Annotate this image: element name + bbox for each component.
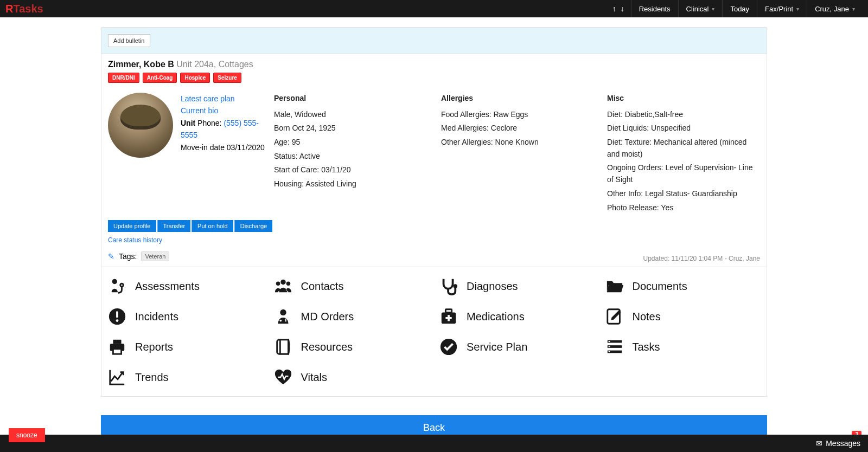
module-label: Incidents bbox=[135, 311, 178, 323]
update-profile-button[interactable]: Update profile bbox=[108, 220, 156, 232]
info-line: Med Allergies: Ceclore bbox=[441, 122, 607, 134]
svg-rect-14 bbox=[445, 317, 451, 319]
module-label: Contacts bbox=[301, 280, 344, 293]
module-service-plan[interactable]: Service Plan bbox=[439, 338, 595, 356]
module-label: Notes bbox=[633, 311, 661, 323]
svg-rect-12 bbox=[445, 309, 451, 313]
module-notes[interactable]: Notes bbox=[605, 307, 761, 326]
module-label: Documents bbox=[633, 280, 687, 293]
stethoscope-doctor-icon bbox=[108, 277, 126, 295]
tag-chip[interactable]: Veteran bbox=[141, 251, 169, 261]
misc-header: Misc bbox=[607, 93, 760, 105]
chevron-down-icon: ▾ bbox=[796, 6, 799, 12]
svg-point-3 bbox=[276, 282, 280, 286]
info-line: Ongoing Orders: Level of Supervision- Li… bbox=[607, 162, 760, 185]
svg-point-2 bbox=[280, 280, 285, 285]
nav-clinical[interactable]: Clinical▾ bbox=[678, 0, 723, 17]
info-line: Other Info: Legal Status- Guardianship bbox=[607, 188, 760, 200]
module-contacts[interactable]: Contacts bbox=[274, 277, 429, 295]
module-medications[interactable]: Medications bbox=[439, 307, 595, 326]
resident-location: Unit 204a, Cottages bbox=[176, 60, 253, 69]
chevron-down-icon: ▾ bbox=[712, 6, 714, 12]
info-line: Status: Active bbox=[274, 151, 441, 163]
module-tasks[interactable]: Tasks bbox=[605, 338, 761, 356]
info-line: Born Oct 24, 1925 bbox=[274, 122, 441, 134]
arrow-down-icon[interactable]: ↓ bbox=[621, 4, 624, 13]
trend-chart-icon bbox=[108, 368, 126, 386]
care-status-history-link[interactable]: Care status history bbox=[101, 236, 767, 249]
info-line: Diet: Texture: Mechanical altered (mince… bbox=[607, 137, 760, 160]
allergies-header: Allergies bbox=[441, 93, 607, 105]
svg-rect-25 bbox=[608, 351, 610, 352]
module-diagnoses[interactable]: Diagnoses bbox=[439, 277, 595, 295]
put-on-hold-button[interactable]: Put on hold bbox=[192, 220, 233, 232]
discharge-button[interactable]: Discharge bbox=[234, 220, 273, 232]
movein-line: Move-in date 03/11/2020 bbox=[181, 141, 274, 153]
module-vitals[interactable]: Vitals bbox=[274, 368, 429, 386]
svg-point-0 bbox=[112, 279, 117, 284]
info-line: Diet Liquids: Unspecified bbox=[607, 122, 760, 134]
bulletin-bar: Add bulletin bbox=[101, 28, 767, 54]
heartbeat-icon bbox=[274, 368, 292, 386]
info-line: Photo Release: Yes bbox=[607, 202, 760, 214]
module-resources[interactable]: Resources bbox=[274, 338, 429, 356]
info-line: Food Allergies: Raw Eggs bbox=[441, 109, 607, 121]
svg-point-8 bbox=[116, 319, 119, 322]
info-line: Male, Widowed bbox=[274, 109, 441, 121]
module-incidents[interactable]: Incidents bbox=[108, 307, 263, 326]
snooze-button[interactable]: snooze bbox=[9, 428, 45, 442]
profile-quick-links: Latest care plan Current bio Unit Phone:… bbox=[181, 93, 274, 214]
profile-action-row: Update profile Transfer Put on hold Disc… bbox=[101, 220, 767, 236]
arrow-up-icon[interactable]: ↑ bbox=[612, 4, 616, 13]
resident-profile-panel: Add bulletin Zimmer, Kobe B Unit 204a, C… bbox=[101, 27, 767, 397]
svg-point-1 bbox=[120, 283, 124, 287]
module-label: Vitals bbox=[301, 371, 328, 384]
profile-header: Zimmer, Kobe B Unit 204a, Cottages DNR/D… bbox=[101, 54, 767, 83]
svg-rect-7 bbox=[116, 312, 118, 318]
module-documents[interactable]: Documents bbox=[605, 277, 761, 295]
module-assessments[interactable]: Assessments bbox=[108, 277, 263, 295]
doctor-icon bbox=[274, 307, 292, 326]
messages-link[interactable]: ✉ Messages bbox=[816, 439, 860, 448]
transfer-button[interactable]: Transfer bbox=[157, 220, 191, 232]
info-line: Housing: Assisted Living bbox=[274, 178, 441, 190]
task-list-icon bbox=[605, 338, 624, 356]
module-label: Resources bbox=[301, 341, 353, 353]
status-badge: DNR/DNI bbox=[108, 73, 139, 83]
check-circle-icon bbox=[439, 338, 458, 356]
add-bulletin-button[interactable]: Add bulletin bbox=[108, 34, 150, 47]
book-icon bbox=[274, 338, 292, 356]
latest-care-plan-link[interactable]: Latest care plan bbox=[181, 93, 274, 105]
envelope-icon: ✉ bbox=[816, 439, 822, 448]
module-trends[interactable]: Trends bbox=[108, 368, 263, 386]
nav-user-menu[interactable]: Cruz, Jane▾ bbox=[807, 0, 863, 17]
edit-tags-icon[interactable]: ✎ bbox=[108, 252, 114, 261]
info-line: Age: 95 bbox=[274, 137, 441, 148]
svg-rect-16 bbox=[113, 340, 121, 344]
nav-sort-arrows[interactable]: ↑↓ bbox=[612, 4, 631, 13]
status-badge: Seizure bbox=[213, 73, 241, 83]
messages-label: Messages bbox=[826, 439, 860, 448]
module-label: MD Orders bbox=[301, 311, 354, 323]
personal-info-column: Personal Male, Widowed Born Oct 24, 1925… bbox=[274, 93, 441, 214]
unit-phone-line: Unit Phone: (555) 555-5555 bbox=[181, 117, 274, 141]
module-label: Diagnoses bbox=[467, 280, 518, 293]
allergies-column: Allergies Food Allergies: Raw Eggs Med A… bbox=[441, 93, 607, 214]
module-reports[interactable]: Reports bbox=[108, 338, 263, 356]
nav-residents[interactable]: Residents bbox=[631, 0, 678, 17]
medkit-icon bbox=[439, 307, 458, 326]
svg-point-9 bbox=[280, 309, 286, 315]
resident-name: Zimmer, Kobe B bbox=[108, 60, 174, 69]
bottom-bar: ✉ Messages bbox=[0, 435, 868, 452]
resident-name-line: Zimmer, Kobe B Unit 204a, Cottages bbox=[108, 60, 760, 69]
module-md-orders[interactable]: MD Orders bbox=[274, 307, 429, 326]
nav-today[interactable]: Today bbox=[722, 0, 757, 17]
info-line: Diet: Diabetic,Salt-free bbox=[607, 109, 760, 121]
folder-open-icon bbox=[605, 277, 624, 295]
svg-point-10 bbox=[279, 320, 282, 322]
nav-fax-print[interactable]: Fax/Print▾ bbox=[757, 0, 807, 17]
brand-logo[interactable]: RTasks bbox=[5, 3, 43, 15]
status-badge: Anti-Coag bbox=[143, 73, 177, 83]
current-bio-link[interactable]: Current bio bbox=[181, 105, 274, 117]
svg-point-5 bbox=[454, 284, 458, 288]
